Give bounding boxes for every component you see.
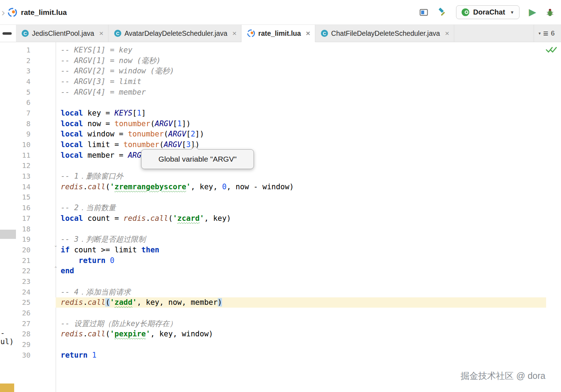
gutter[interactable]: [30, 118, 56, 129]
line-number[interactable]: 22: [16, 267, 30, 275]
line-number[interactable]: 21: [16, 256, 30, 265]
code-text[interactable]: -- 设置过期（防止key长期存在）: [56, 318, 561, 329]
line-number[interactable]: 18: [16, 225, 30, 233]
preview-window-icon[interactable]: [419, 8, 428, 17]
line-number[interactable]: 25: [16, 298, 30, 307]
close-icon[interactable]: ×: [445, 29, 449, 38]
line-number[interactable]: 29: [16, 340, 30, 349]
gutter[interactable]: [30, 55, 56, 66]
editor-tab-rate_limit.lua[interactable]: rate_limit.lua×: [241, 25, 315, 42]
code-text[interactable]: -- 1．删除窗口外: [56, 171, 561, 181]
code-text[interactable]: [56, 192, 561, 203]
gutter[interactable]: [30, 87, 56, 97]
gutter[interactable]: [30, 329, 56, 340]
line-number[interactable]: 30: [16, 351, 30, 359]
code-text[interactable]: [56, 224, 561, 234]
line-number[interactable]: 4: [16, 77, 30, 86]
gutter[interactable]: [30, 255, 56, 266]
gutter[interactable]: [30, 150, 56, 161]
line-number[interactable]: 27: [16, 319, 30, 328]
line-number[interactable]: 14: [16, 183, 30, 191]
fold-end-icon[interactable]: ˆ: [52, 266, 59, 273]
code-text[interactable]: local member = ARGV[4]: [56, 150, 561, 161]
code-text[interactable]: redis.call('zremrangebyscore', key, 0, n…: [56, 181, 561, 192]
line-number[interactable]: 17: [16, 214, 30, 223]
editor-tab-ChatFileDelayDeleteScheduler.java[interactable]: CChatFileDelayDeleteScheduler.java×: [315, 25, 454, 42]
fold-start-icon[interactable]: ˇ: [52, 245, 59, 252]
line-number[interactable]: 1: [16, 46, 30, 54]
code-text[interactable]: redis.call('zadd', key, now, member): [56, 297, 561, 308]
line-number[interactable]: 19: [16, 235, 30, 243]
splitter-handle[interactable]: [2, 32, 12, 35]
gutter[interactable]: [30, 139, 56, 150]
line-number[interactable]: 5: [16, 88, 30, 96]
code-text[interactable]: local now = tonumber(ARGV[1]): [56, 118, 561, 129]
line-number[interactable]: 11: [16, 151, 30, 159]
gutter[interactable]: [30, 66, 56, 76]
line-number[interactable]: 9: [16, 130, 30, 138]
editor-tab-JedisClientPool.java[interactable]: CJedisClientPool.java×: [16, 25, 109, 42]
gutter[interactable]: [30, 161, 56, 171]
line-number[interactable]: 12: [16, 161, 30, 170]
gutter[interactable]: [30, 350, 56, 360]
gutter[interactable]: [30, 339, 56, 350]
code-text[interactable]: -- ARGV[1] = now (毫秒): [56, 55, 561, 66]
build-hammer-icon[interactable]: [438, 8, 447, 17]
code-text[interactable]: local window = tonumber(ARGV[2]): [56, 129, 561, 140]
code-text[interactable]: [56, 308, 561, 318]
code-text[interactable]: -- 4．添加当前请求: [56, 287, 561, 297]
code-text[interactable]: [56, 97, 561, 108]
close-icon[interactable]: ×: [306, 29, 310, 38]
code-text[interactable]: -- 3．判断是否超过限制: [56, 234, 561, 245]
code-text[interactable]: [56, 276, 561, 287]
run-config-selector[interactable]: DoraChat ▼: [456, 5, 520, 19]
close-icon[interactable]: ×: [99, 29, 104, 38]
line-number[interactable]: 2: [16, 56, 30, 65]
code-text[interactable]: local limit = tonumber(ARGV[3]): [56, 139, 561, 150]
editor-tab-AvatarDelayDeleteScheduler.java[interactable]: CAvatarDelayDeleteScheduler.java×: [109, 25, 241, 42]
gutter[interactable]: [30, 308, 56, 318]
line-number[interactable]: 8: [16, 119, 30, 128]
line-number[interactable]: 7: [16, 109, 30, 117]
line-number[interactable]: 26: [16, 309, 30, 317]
gutter[interactable]: [30, 234, 56, 245]
gutter[interactable]: [30, 213, 56, 224]
debug-bug-icon[interactable]: [545, 8, 555, 17]
line-number[interactable]: 6: [16, 98, 30, 107]
gutter[interactable]: [30, 202, 56, 213]
code-text[interactable]: -- ARGV[2] = window (毫秒): [56, 66, 561, 76]
gutter[interactable]: [30, 318, 56, 329]
gutter[interactable]: [30, 76, 56, 87]
hidden-tabs-button[interactable]: ▾ ≡ 6: [534, 25, 561, 42]
gutter[interactable]: [30, 45, 56, 55]
code-text[interactable]: -- 2．当前数量: [56, 202, 561, 213]
gutter[interactable]: [30, 129, 56, 140]
line-number[interactable]: 15: [16, 193, 30, 201]
code-editor[interactable]: 1-- KEYS[1] = key2-- ARGV[1] = now (毫秒)3…: [16, 42, 561, 392]
code-text[interactable]: local count = redis.call('zcard', key): [56, 213, 561, 224]
code-text[interactable]: -- ARGV[4] = member: [56, 87, 561, 97]
code-text[interactable]: -- ARGV[3] = limit: [56, 76, 561, 87]
run-button[interactable]: ▶: [529, 7, 536, 17]
line-number[interactable]: 10: [16, 140, 30, 149]
line-number[interactable]: 3: [16, 67, 30, 75]
line-number[interactable]: 13: [16, 172, 30, 180]
inspections-ok-icon[interactable]: [545, 46, 557, 54]
breadcrumb-chevron-icon[interactable]: ›: [1, 7, 5, 18]
gutter[interactable]: [30, 97, 56, 108]
gutter[interactable]: [30, 245, 56, 255]
code-text[interactable]: [56, 161, 561, 171]
line-number[interactable]: 24: [16, 288, 30, 296]
code-text[interactable]: -- KEYS[1] = key: [56, 45, 561, 55]
gutter[interactable]: [30, 171, 56, 181]
line-number[interactable]: 28: [16, 330, 30, 338]
gutter[interactable]: [30, 192, 56, 203]
gutter[interactable]: [30, 265, 56, 276]
gutter[interactable]: [30, 108, 56, 118]
code-text[interactable]: return 1: [56, 350, 561, 360]
code-text[interactable]: end: [56, 265, 561, 276]
code-text[interactable]: return 0: [56, 255, 561, 266]
gutter[interactable]: [30, 287, 56, 297]
line-number[interactable]: 20: [16, 246, 30, 254]
code-text[interactable]: local key = KEYS[1]: [56, 108, 561, 118]
